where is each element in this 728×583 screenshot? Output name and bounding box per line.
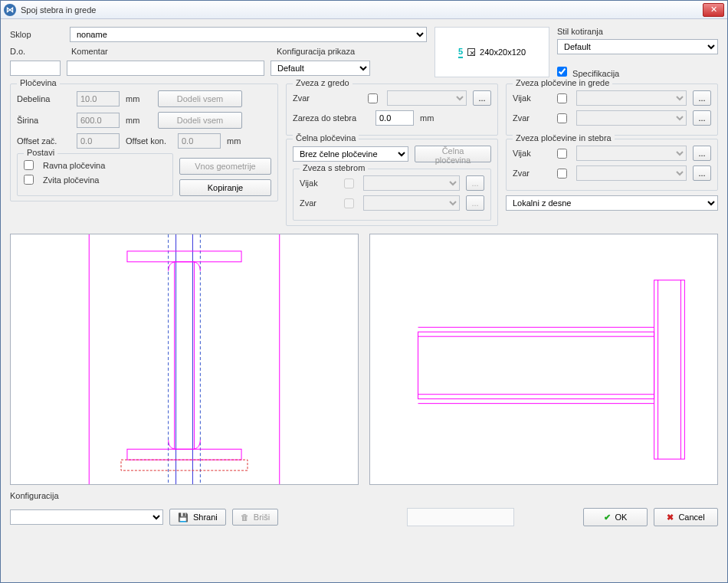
mm-label-1: mm: [126, 94, 152, 103]
zvar-label-2: Zvar: [300, 198, 338, 208]
shrani-button[interactable]: 💾 Shrani: [169, 509, 226, 526]
dodeli-vsem-2: Dodeli vsem: [158, 112, 242, 129]
zvar-more-4[interactable]: ...: [693, 165, 711, 181]
ravna-label: Ravna pločevina: [43, 161, 105, 170]
do-label: D.o.: [10, 47, 64, 56]
cancel-icon: ✖: [667, 513, 674, 522]
zvar-more-1[interactable]: ...: [473, 90, 491, 106]
svg-rect-10: [654, 280, 685, 460]
postavi-group: Postavi Ravna pločevina Zvita pločevina: [17, 153, 173, 196]
konfiguracija-label: Konfiguracija: [10, 491, 718, 500]
zvar-checkbox-1[interactable]: [368, 93, 378, 103]
zvar-checkbox-4[interactable]: [557, 169, 567, 179]
zveza-gredo-title: Zveza z gredo: [293, 78, 353, 87]
plocevina-group: Pločevina Debelina mm Dodeli vsem Širina…: [10, 84, 278, 201]
zvar-checkbox-2: [344, 198, 354, 208]
dodeli-vsem-1: Dodeli vsem: [158, 90, 242, 107]
preview-index: 5: [458, 47, 463, 58]
check-icon: ✔: [604, 513, 611, 522]
debelina-input: [77, 91, 120, 106]
preview-profile: 240x20x120: [480, 47, 526, 57]
do-input[interactable]: [10, 61, 61, 76]
zveza-ploc-grede-title: Zveza pločevine in grede: [513, 78, 612, 87]
vijak-select-1: [363, 175, 460, 191]
sirina-input: [77, 113, 120, 128]
ravna-checkbox[interactable]: [24, 160, 34, 170]
drawing-right[interactable]: [369, 234, 718, 485]
celna-ploc-select[interactable]: Brez čelne pločevine: [293, 146, 408, 162]
zveza-ploc-grede-group: Zveza pločevine in grede Vijak ... Zvar …: [506, 84, 718, 136]
vijak-checkbox-1: [344, 179, 354, 188]
debelina-label: Debelina: [17, 94, 71, 103]
offset-kon-input: [178, 133, 221, 149]
vijak-select-2: [576, 90, 687, 106]
vijak-label-3: Vijak: [513, 149, 551, 158]
zveza-stebrom-title: Zveza s stebrom: [300, 163, 368, 172]
mm-label-3: mm: [227, 136, 241, 146]
sklop-select[interactable]: noname: [70, 27, 427, 42]
zvar-more-3[interactable]: ...: [693, 110, 711, 126]
zvar-checkbox-3[interactable]: [557, 113, 567, 123]
svg-rect-13: [418, 332, 654, 398]
cancel-label: Cancel: [678, 513, 704, 522]
zareza-input[interactable]: [375, 110, 414, 126]
zvita-label: Zvita pločevina: [43, 175, 99, 185]
konfiguracija-select[interactable]: [10, 509, 163, 525]
kopiranje-button[interactable]: Kopiranje: [179, 179, 271, 196]
app-icon: ⋈: [4, 4, 16, 16]
celna-ploc-group: Čelna pločevina Brez čelne pločevine Čel…: [286, 139, 498, 226]
stil-kotiranja-select[interactable]: Default: [557, 39, 718, 54]
svg-rect-7: [175, 262, 195, 450]
window-title: Spoj stebra in grede: [21, 5, 703, 15]
close-button[interactable]: ✕: [703, 3, 724, 17]
zveza-gredo-group: Zveza z gredo Zvar ... Zareza do stebra …: [286, 84, 498, 136]
zveza-stebrom-group: Zveza s stebrom Vijak ... Zvar ...: [293, 169, 491, 221]
zveza-ploc-stebra-title: Zveza pločevine in stebra: [513, 133, 615, 142]
komentar-label: Komentar: [71, 47, 271, 56]
mm-label-2: mm: [126, 116, 152, 125]
vijak-checkbox-3[interactable]: [557, 149, 567, 159]
zveza-ploc-stebra-group: Zveza pločevine in stebra Vijak ... Zvar…: [506, 139, 718, 191]
plocevina-title: Pločevina: [17, 78, 60, 87]
vnos-geometrije-button: Vnos geometrije: [179, 158, 271, 175]
vijak-more-3[interactable]: ...: [693, 146, 711, 161]
sklop-label: Sklop: [10, 30, 64, 39]
zvar-select-4: [576, 165, 687, 181]
zvar-select-2: [363, 195, 460, 211]
stil-kotiranja-label: Stil kotiranja: [557, 27, 718, 36]
lokalni-select[interactable]: Lokalni z desne: [506, 195, 718, 211]
celna-ploc-button: Čelna pločevina: [415, 146, 491, 162]
zvar-label-4: Zvar: [513, 169, 551, 178]
vijak-more-1: ...: [466, 175, 484, 191]
cancel-button[interactable]: ✖ Cancel: [654, 508, 718, 526]
ok-button[interactable]: ✔ OK: [583, 508, 648, 526]
sirina-label: Širina: [17, 116, 71, 125]
zvar-label-1: Zvar: [293, 93, 362, 103]
zvita-checkbox[interactable]: [24, 175, 34, 185]
mm-label-4: mm: [420, 113, 434, 123]
offset-kon-label: Offset kon.: [126, 136, 172, 146]
konfig-prikaza-select[interactable]: Default: [271, 61, 370, 76]
dialog-window: ⋈ Spoj stebra in grede ✕ Sklop noname D.…: [0, 0, 728, 583]
vijak-label-1: Vijak: [300, 179, 338, 188]
zvar-more-2: ...: [466, 195, 484, 211]
drawing-left[interactable]: [10, 234, 359, 485]
zareza-label: Zareza do stebra: [293, 113, 369, 123]
komentar-input[interactable]: [67, 61, 264, 76]
profile-preview: 5 × 240x20x120: [435, 27, 549, 77]
specifikacija-checkbox[interactable]: [557, 67, 567, 77]
svg-rect-9: [121, 460, 248, 470]
ok-label: OK: [615, 513, 628, 522]
offset-zac-label: Offset zač.: [17, 136, 71, 146]
vijak-checkbox-2[interactable]: [557, 93, 567, 103]
postavi-title: Postavi: [24, 148, 57, 157]
save-icon: 💾: [178, 513, 189, 522]
svg-rect-8: [127, 449, 241, 460]
vijak-select-3: [576, 146, 687, 161]
vijak-more-2[interactable]: ...: [693, 90, 711, 106]
konfig-prikaza-label: Konfiguracija prikaza: [277, 47, 355, 56]
svg-rect-6: [127, 251, 241, 262]
specifikacija-label: Specifikacija: [572, 69, 619, 78]
status-box: [407, 508, 514, 526]
trash-icon: 🗑: [241, 513, 249, 522]
